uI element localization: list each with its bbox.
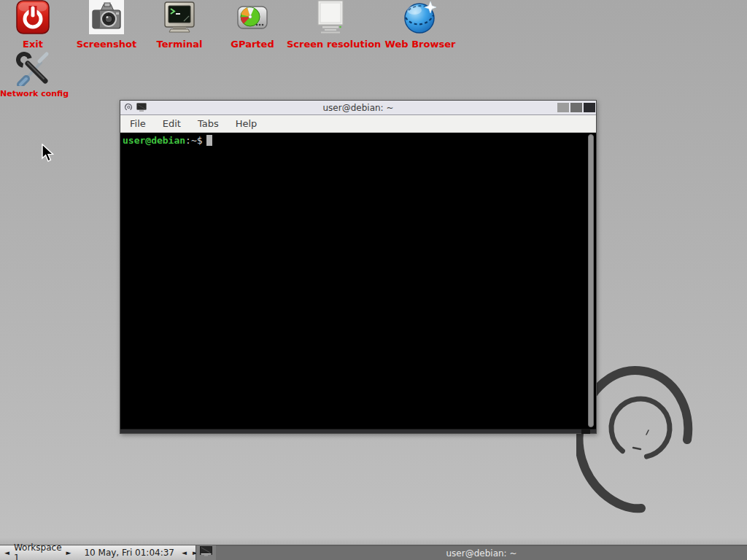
pager-prev-button[interactable]: ◄ — [179, 545, 190, 560]
crt-terminal-icon — [147, 0, 212, 35]
window-title: user@debian: ~ — [120, 103, 596, 113]
minimize-button[interactable] — [557, 103, 569, 112]
desktop-icon-gparted[interactable]: GParted — [220, 0, 285, 50]
terminal-cursor — [206, 135, 212, 146]
desktop-icon-web-browser[interactable]: Web Browser — [376, 0, 464, 50]
taskbar-clock: 10 May, Fri 01:04:37 — [74, 548, 179, 558]
window-bottom-edge — [120, 429, 596, 433]
window-titlebar[interactable]: user@debian: ~ — [120, 101, 596, 115]
close-button[interactable] — [584, 103, 595, 112]
desktop-icon-terminal[interactable]: Terminal — [147, 0, 212, 50]
mouse-pointer — [42, 144, 55, 166]
menu-help[interactable]: Help — [228, 116, 265, 131]
workspace-next-button[interactable]: ► — [63, 545, 74, 560]
terminal-menubar: File Edit Tabs Help — [120, 115, 596, 133]
menu-tabs[interactable]: Tabs — [190, 116, 226, 131]
disk-partition-icon — [220, 0, 285, 35]
desktop-icon-label: Web Browser — [376, 39, 464, 50]
monitor-icon — [287, 0, 374, 35]
globe-browser-icon — [376, 0, 464, 35]
tray-monitor-icon[interactable] — [200, 546, 212, 559]
task-button-terminal[interactable]: user@debian: ~ — [216, 545, 747, 560]
terminal-scrollbar[interactable] — [588, 134, 594, 427]
terminal-window: user@debian: ~ File Edit Tabs Help user@… — [120, 100, 597, 434]
desktop-icon-label: Terminal — [147, 39, 212, 50]
taskbar-tray — [196, 545, 216, 560]
desktop-icon-label: GParted — [220, 39, 285, 50]
desktop-icon-exit[interactable]: Exit — [0, 0, 66, 50]
desktop-icon-label: Screenshot — [74, 39, 139, 50]
desktop-icon-screenshot[interactable]: Screenshot — [74, 0, 139, 50]
camera-icon — [74, 0, 139, 35]
desktop-icon-label: Screen resolution — [287, 39, 374, 50]
menu-edit[interactable]: Edit — [155, 116, 188, 131]
desktop-icon-screen-resolution[interactable]: Screen resolution — [287, 0, 374, 50]
taskbar-left-panel: ◄ Workspace 1 ► 10 May, Fri 01:04:37 ◄ ► — [0, 545, 196, 560]
workspace-prev-button[interactable]: ◄ — [0, 545, 12, 560]
resize-grip[interactable] — [581, 429, 590, 434]
desktop-icon-label: Exit — [0, 39, 66, 50]
maximize-button[interactable] — [570, 103, 582, 112]
workspace-label: Workspace 1 — [12, 542, 63, 560]
tools-wrench-icon — [0, 51, 67, 86]
exit-power-icon — [0, 0, 66, 35]
menu-file[interactable]: File — [123, 116, 153, 131]
prompt-path: :~$ — [185, 135, 202, 146]
terminal-screen[interactable]: user@debian:~$ — [120, 133, 596, 429]
task-button-label: user@debian: ~ — [446, 548, 517, 559]
prompt-user-host: user@debian — [123, 135, 185, 146]
taskbar: ◄ Workspace 1 ► 10 May, Fri 01:04:37 ◄ ►… — [0, 545, 747, 560]
desktop-icon-network-config[interactable]: Network config — [0, 51, 67, 98]
desktop-icon-label: Network config — [0, 89, 67, 98]
